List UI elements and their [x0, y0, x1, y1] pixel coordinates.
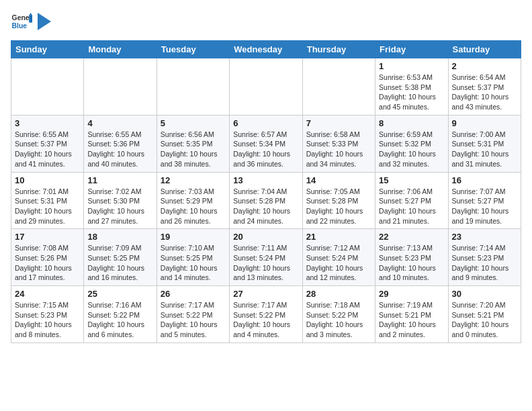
day-number: 29 — [379, 289, 444, 299]
logo: General Blue — [11, 11, 51, 32]
day-number: 10 — [15, 175, 80, 185]
day-info: Sunrise: 7:19 AM Sunset: 5:21 PM Dayligh… — [379, 300, 444, 340]
day-number: 22 — [379, 232, 444, 242]
day-info: Sunrise: 6:53 AM Sunset: 5:38 PM Dayligh… — [379, 73, 444, 112]
calendar-day-cell: 10Sunrise: 7:01 AM Sunset: 5:31 PM Dayli… — [11, 172, 84, 229]
day-info: Sunrise: 7:14 AM Sunset: 5:23 PM Dayligh… — [452, 243, 517, 283]
calendar-day-cell: 23Sunrise: 7:14 AM Sunset: 5:23 PM Dayli… — [448, 229, 521, 286]
calendar-day-cell — [11, 58, 84, 116]
calendar-day-cell: 17Sunrise: 7:08 AM Sunset: 5:26 PM Dayli… — [11, 229, 84, 286]
day-of-week-header: Thursday — [302, 41, 375, 58]
calendar-day-cell: 5Sunrise: 6:56 AM Sunset: 5:35 PM Daylig… — [157, 115, 229, 172]
day-number: 7 — [306, 118, 371, 128]
day-number: 2 — [452, 61, 517, 71]
day-info: Sunrise: 7:15 AM Sunset: 5:23 PM Dayligh… — [15, 300, 80, 340]
day-number: 11 — [87, 175, 152, 185]
calendar-day-cell: 9Sunrise: 7:00 AM Sunset: 5:31 PM Daylig… — [448, 115, 521, 172]
calendar-day-cell: 20Sunrise: 7:11 AM Sunset: 5:24 PM Dayli… — [230, 229, 302, 286]
calendar-day-cell: 26Sunrise: 7:17 AM Sunset: 5:22 PM Dayli… — [157, 286, 229, 343]
calendar-day-cell: 3Sunrise: 6:55 AM Sunset: 5:37 PM Daylig… — [11, 115, 84, 172]
day-info: Sunrise: 7:13 AM Sunset: 5:23 PM Dayligh… — [379, 243, 444, 283]
day-info: Sunrise: 7:01 AM Sunset: 5:31 PM Dayligh… — [15, 187, 80, 226]
day-number: 27 — [233, 289, 298, 299]
calendar-day-cell: 28Sunrise: 7:18 AM Sunset: 5:22 PM Dayli… — [302, 286, 375, 343]
calendar-day-cell: 14Sunrise: 7:05 AM Sunset: 5:28 PM Dayli… — [302, 172, 375, 229]
day-number: 9 — [452, 118, 517, 128]
day-of-week-header: Saturday — [448, 41, 521, 58]
day-info: Sunrise: 7:16 AM Sunset: 5:22 PM Dayligh… — [87, 300, 152, 340]
day-number: 1 — [379, 61, 444, 71]
logo-arrow-icon — [38, 13, 51, 30]
day-info: Sunrise: 7:17 AM Sunset: 5:22 PM Dayligh… — [161, 300, 226, 340]
calendar-day-cell: 1Sunrise: 6:53 AM Sunset: 5:38 PM Daylig… — [375, 58, 448, 116]
day-info: Sunrise: 7:05 AM Sunset: 5:28 PM Dayligh… — [306, 187, 371, 226]
calendar-day-cell — [84, 58, 157, 116]
calendar-day-cell: 19Sunrise: 7:10 AM Sunset: 5:25 PM Dayli… — [157, 229, 229, 286]
day-number: 16 — [452, 175, 517, 185]
calendar-day-cell: 21Sunrise: 7:12 AM Sunset: 5:24 PM Dayli… — [302, 229, 375, 286]
calendar-week-row: 3Sunrise: 6:55 AM Sunset: 5:37 PM Daylig… — [11, 115, 521, 172]
calendar-day-cell — [302, 58, 375, 116]
day-info: Sunrise: 6:55 AM Sunset: 5:37 PM Dayligh… — [15, 130, 80, 169]
calendar-day-cell: 25Sunrise: 7:16 AM Sunset: 5:22 PM Dayli… — [84, 286, 157, 343]
day-number: 18 — [87, 232, 152, 242]
calendar-table: SundayMondayTuesdayWednesdayThursdayFrid… — [11, 40, 521, 343]
day-info: Sunrise: 7:03 AM Sunset: 5:29 PM Dayligh… — [161, 187, 226, 226]
day-of-week-header: Friday — [375, 41, 448, 58]
day-of-week-header: Sunday — [11, 41, 84, 58]
day-info: Sunrise: 6:54 AM Sunset: 5:37 PM Dayligh… — [452, 73, 517, 112]
calendar-day-cell: 22Sunrise: 7:13 AM Sunset: 5:23 PM Dayli… — [375, 229, 448, 286]
day-number: 28 — [306, 289, 371, 299]
day-number: 23 — [452, 232, 517, 242]
day-number: 8 — [379, 118, 444, 128]
day-info: Sunrise: 7:11 AM Sunset: 5:24 PM Dayligh… — [233, 243, 298, 283]
calendar-day-cell: 16Sunrise: 7:07 AM Sunset: 5:27 PM Dayli… — [448, 172, 521, 229]
day-number: 26 — [161, 289, 226, 299]
day-number: 30 — [452, 289, 517, 299]
day-number: 20 — [233, 232, 298, 242]
day-number: 19 — [161, 232, 226, 242]
day-number: 14 — [306, 175, 371, 185]
calendar-day-cell: 8Sunrise: 6:59 AM Sunset: 5:32 PM Daylig… — [375, 115, 448, 172]
calendar-day-cell: 30Sunrise: 7:20 AM Sunset: 5:21 PM Dayli… — [448, 286, 521, 343]
page-header: General Blue — [11, 11, 521, 32]
day-info: Sunrise: 7:07 AM Sunset: 5:27 PM Dayligh… — [452, 187, 517, 226]
day-info: Sunrise: 7:02 AM Sunset: 5:30 PM Dayligh… — [87, 187, 152, 226]
day-number: 12 — [161, 175, 226, 185]
calendar-week-row: 24Sunrise: 7:15 AM Sunset: 5:23 PM Dayli… — [11, 286, 521, 343]
calendar-day-cell: 27Sunrise: 7:17 AM Sunset: 5:22 PM Dayli… — [230, 286, 302, 343]
calendar-day-cell: 11Sunrise: 7:02 AM Sunset: 5:30 PM Dayli… — [84, 172, 157, 229]
day-info: Sunrise: 7:10 AM Sunset: 5:25 PM Dayligh… — [161, 243, 226, 283]
day-info: Sunrise: 6:58 AM Sunset: 5:33 PM Dayligh… — [306, 130, 371, 169]
calendar-day-cell: 24Sunrise: 7:15 AM Sunset: 5:23 PM Dayli… — [11, 286, 84, 343]
day-info: Sunrise: 7:08 AM Sunset: 5:26 PM Dayligh… — [15, 243, 80, 283]
day-number: 13 — [233, 175, 298, 185]
day-info: Sunrise: 6:55 AM Sunset: 5:36 PM Dayligh… — [87, 130, 152, 169]
day-number: 4 — [87, 118, 152, 128]
day-info: Sunrise: 7:04 AM Sunset: 5:28 PM Dayligh… — [233, 187, 298, 226]
day-number: 5 — [161, 118, 226, 128]
svg-marker-2 — [29, 15, 32, 22]
day-number: 21 — [306, 232, 371, 242]
calendar-day-cell: 2Sunrise: 6:54 AM Sunset: 5:37 PM Daylig… — [448, 58, 521, 116]
calendar-day-cell: 18Sunrise: 7:09 AM Sunset: 5:25 PM Dayli… — [84, 229, 157, 286]
day-info: Sunrise: 7:18 AM Sunset: 5:22 PM Dayligh… — [306, 300, 371, 340]
day-of-week-header: Wednesday — [230, 41, 302, 58]
day-number: 3 — [15, 118, 80, 128]
day-info: Sunrise: 7:00 AM Sunset: 5:31 PM Dayligh… — [452, 130, 517, 169]
calendar-week-row: 1Sunrise: 6:53 AM Sunset: 5:38 PM Daylig… — [11, 58, 521, 116]
day-of-week-header: Tuesday — [157, 41, 229, 58]
calendar-week-row: 10Sunrise: 7:01 AM Sunset: 5:31 PM Dayli… — [11, 172, 521, 229]
calendar-day-cell: 7Sunrise: 6:58 AM Sunset: 5:33 PM Daylig… — [302, 115, 375, 172]
calendar-day-cell — [157, 58, 229, 116]
day-number: 17 — [15, 232, 80, 242]
calendar-header-row: SundayMondayTuesdayWednesdayThursdayFrid… — [11, 41, 521, 58]
svg-text:Blue: Blue — [12, 22, 28, 30]
logo-icon: General Blue — [11, 11, 32, 32]
calendar-day-cell: 12Sunrise: 7:03 AM Sunset: 5:29 PM Dayli… — [157, 172, 229, 229]
day-of-week-header: Monday — [84, 41, 157, 58]
day-info: Sunrise: 7:06 AM Sunset: 5:27 PM Dayligh… — [379, 187, 444, 226]
calendar-week-row: 17Sunrise: 7:08 AM Sunset: 5:26 PM Dayli… — [11, 229, 521, 286]
day-info: Sunrise: 7:12 AM Sunset: 5:24 PM Dayligh… — [306, 243, 371, 283]
day-info: Sunrise: 7:09 AM Sunset: 5:25 PM Dayligh… — [87, 243, 152, 283]
